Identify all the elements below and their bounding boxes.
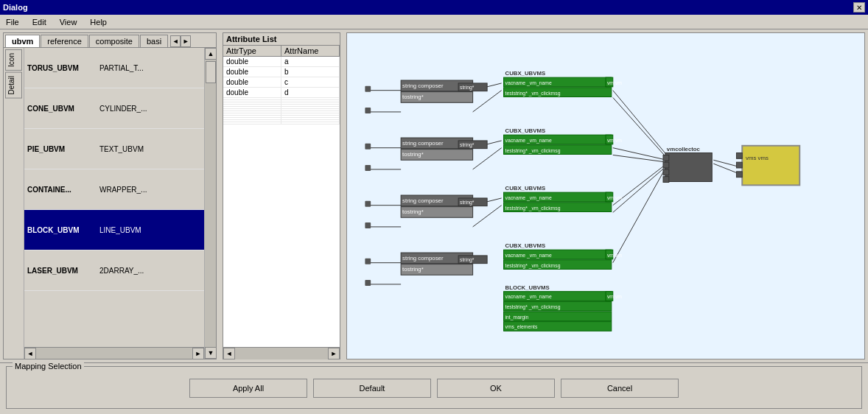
mapping-label: Mapping Selection [13, 362, 84, 371]
svg-text:teststring* _vm_clickmsg: teststring* _vm_clickmsg [505, 206, 561, 211]
attribute-table: AttrType AttrName double a double b doub… [223, 46, 340, 347]
attr-name: c [281, 77, 340, 87]
cancel-button[interactable]: Cancel [561, 379, 679, 398]
list-item-col2: CYLINDER_... [99, 105, 147, 113]
attr-name: a [281, 57, 340, 66]
scroll-up-button[interactable]: ▲ [205, 48, 216, 60]
svg-text:vacname _vm_name: vacname _vm_name [505, 80, 552, 86]
svg-rect-26 [365, 144, 371, 150]
attr-panel-header: Attribute List [223, 33, 340, 46]
svg-text:string composer: string composer [402, 197, 444, 204]
svg-text:teststring* _vm_clickmsg: teststring* _vm_clickmsg [505, 304, 561, 310]
list-item-col2: 2DARRAY_... [99, 267, 144, 275]
svg-text:vm vm: vm vm [607, 294, 622, 299]
svg-text:string*: string* [460, 142, 475, 148]
svg-text:CUBX_UBVMS: CUBX_UBVMS [505, 70, 546, 77]
attr-row [223, 122, 340, 124]
list-item[interactable]: TORUS_UBVM PARTIAL_T... [24, 48, 204, 88]
tab-prev-button[interactable]: ◄ [170, 35, 181, 47]
tabs-row: ubvm reference composite basi ◄ ► [4, 33, 216, 48]
apply-all-button[interactable]: Apply All [189, 379, 307, 398]
list-item-col1: BLOCK_UBVM [27, 226, 94, 234]
svg-text:teststring* _vm_clickmsg: teststring* _vm_clickmsg [505, 263, 561, 269]
svg-rect-100 [663, 177, 669, 183]
scroll-down-button[interactable]: ▼ [205, 347, 216, 359]
svg-rect-104 [736, 162, 742, 168]
button-row: Apply All Default OK Cancel [13, 379, 855, 398]
close-button[interactable]: ✕ [853, 2, 865, 13]
tab-navigation: ◄ ► [170, 35, 191, 47]
menu-edit[interactable]: Edit [29, 17, 49, 27]
attr-row: double b [223, 67, 340, 77]
attr-scroll-right[interactable]: ► [328, 348, 340, 359]
list-item-col2: WRAPPER_... [99, 186, 147, 194]
svg-rect-105 [736, 172, 742, 178]
svg-text:string*: string* [460, 85, 475, 91]
list-scroll[interactable]: TORUS_UBVM PARTIAL_T... CONE_UBVM CYLIND… [24, 48, 204, 347]
mapping-group: Mapping Selection Apply All Default OK C… [6, 366, 862, 409]
list-item-col1: CONE_UBVM [27, 105, 94, 113]
attr-row: double c [223, 77, 340, 88]
scroll-track [36, 348, 192, 359]
list-item-col2: LINE_UBVM [99, 226, 141, 234]
tab-basi[interactable]: basi [140, 35, 168, 47]
svg-text:string*: string* [460, 257, 475, 263]
list-item[interactable]: CONE_UBVM CYLINDER_... [24, 88, 204, 129]
menu-file[interactable]: File [3, 17, 22, 27]
attr-row: double a [223, 57, 340, 67]
icon-button[interactable]: Icon [5, 49, 22, 71]
svg-text:vacname _vm_name: vacname _vm_name [505, 195, 552, 201]
attr-scroll-left[interactable]: ◄ [223, 348, 235, 359]
svg-text:CUBX_UBVMS: CUBX_UBVMS [505, 127, 546, 134]
dialog-title: Dialog [3, 3, 28, 12]
list-item[interactable]: CONTAINE... WRAPPER_... [24, 169, 204, 210]
scroll-right-button[interactable]: ► [192, 348, 204, 359]
svg-text:tostring*: tostring* [402, 94, 424, 100]
svg-text:vm vm: vm vm [607, 195, 622, 200]
list-panel: TORUS_UBVM PARTIAL_T... CONE_UBVM CYLIND… [24, 48, 204, 359]
tab-reference[interactable]: reference [41, 35, 88, 47]
left-panel: ubvm reference composite basi ◄ ► Icon D… [3, 32, 217, 359]
svg-text:teststring* _vm_clickmsg: teststring* _vm_clickmsg [505, 148, 561, 154]
tab-ubvm[interactable]: ubvm [5, 35, 40, 47]
svg-text:vmcollectoc: vmcollectoc [667, 146, 701, 152]
svg-text:string composer: string composer [402, 140, 444, 147]
list-item[interactable]: PIE_UBVM TEXT_UBVM [24, 129, 204, 169]
svg-text:string composer: string composer [402, 255, 444, 262]
svg-rect-24 [365, 86, 371, 92]
default-button[interactable]: Default [313, 379, 431, 398]
tab-composite[interactable]: composite [89, 35, 139, 47]
attr-row: double d [223, 88, 340, 98]
svg-text:vms_elements: vms_elements [505, 324, 539, 330]
svg-text:vms vms: vms vms [746, 155, 769, 161]
main-content: ubvm reference composite basi ◄ ► Icon D… [0, 29, 868, 362]
scroll-track [205, 60, 216, 347]
attr-col-name: AttrName [281, 46, 340, 56]
horizontal-scrollbar: ◄ ► [24, 347, 204, 359]
svg-text:vacname _vm_name: vacname _vm_name [505, 138, 552, 144]
svg-rect-98 [663, 162, 669, 168]
scroll-thumb[interactable] [206, 61, 216, 83]
list-item-col2: TEXT_UBVM [99, 145, 144, 153]
svg-rect-103 [736, 153, 742, 159]
svg-rect-31 [365, 280, 371, 286]
tab-next-button[interactable]: ► [181, 35, 191, 47]
svg-rect-99 [663, 169, 669, 175]
list-item[interactable]: LASER_UBVM 2DARRAY_... [24, 250, 204, 291]
attr-table-header: AttrType AttrName [223, 46, 340, 57]
svg-text:vacname _vm_name: vacname _vm_name [505, 294, 552, 300]
menu-help[interactable]: Help [87, 17, 110, 27]
vertical-scrollbar: ▲ ▼ [204, 48, 216, 359]
attr-type: double [223, 57, 281, 66]
list-item-selected[interactable]: BLOCK_UBVM LINE_UBVM [24, 210, 204, 250]
detail-button[interactable]: Detail [5, 72, 22, 99]
attr-name: d [281, 88, 340, 97]
menu-bar: File Edit View Help [0, 15, 868, 29]
list-item-col2: PARTIAL_T... [99, 64, 144, 72]
scroll-left-button[interactable]: ◄ [24, 348, 36, 359]
menu-view[interactable]: View [57, 17, 80, 27]
svg-text:string composer: string composer [402, 83, 444, 89]
ok-button[interactable]: OK [437, 379, 555, 398]
svg-rect-25 [365, 108, 371, 113]
svg-rect-101 [742, 146, 799, 186]
